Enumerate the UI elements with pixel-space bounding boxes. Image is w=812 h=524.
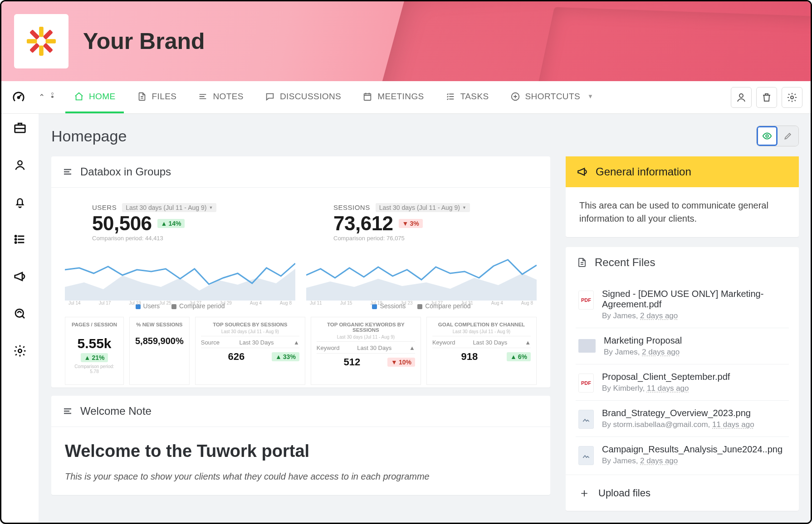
sidebar-bell-icon[interactable] <box>8 190 32 214</box>
collapse-up-icon[interactable]: ⌃ <box>39 92 45 102</box>
mini-new-sessions: % NEW SESSIONS 5,859,900% <box>129 317 190 385</box>
file-meta: By storm.isabellaa@gmail.com, 11 days ag… <box>602 420 786 429</box>
svg-point-12 <box>791 96 793 99</box>
svg-rect-7 <box>29 29 40 40</box>
brand-title: Your Brand <box>83 28 205 54</box>
welcome-header: Welcome Note <box>80 405 152 417</box>
list-icon <box>62 166 73 177</box>
file-row[interactable]: Marketing ProposalBy James, 2 days ago <box>576 328 789 364</box>
view-mode-edit[interactable] <box>778 126 798 146</box>
date-range-dropdown[interactable]: Last 30 days (Jul 11 - Aug 9) ▼ <box>122 203 216 212</box>
plus-icon: ＋ <box>578 485 590 501</box>
sidebar-user-icon[interactable] <box>8 153 32 177</box>
svg-rect-4 <box>39 46 44 56</box>
view-mode-preview[interactable] <box>757 126 778 146</box>
databox-title: Databox in Groups <box>80 165 171 178</box>
metric-value: 50,506 <box>92 212 152 235</box>
tab-files[interactable]: FILES <box>128 82 185 113</box>
tab-tasks[interactable]: TASKS <box>437 82 497 113</box>
file-name: Marketing Proposal <box>604 335 786 346</box>
file-name: Brand_Strategy_Overview_2023.png <box>602 408 786 418</box>
file-row[interactable]: Campaign_Results_Analysis_June2024..pngB… <box>576 437 789 473</box>
svg-rect-2 <box>46 39 56 44</box>
tab-shortcuts[interactable]: SHORTCUTS ▼ <box>502 82 602 113</box>
file-name: Proposal_Client_September.pdf <box>602 372 786 382</box>
img-file-icon <box>578 410 594 429</box>
upload-files-button[interactable]: ＋ Upload files <box>566 475 799 511</box>
file-row[interactable]: PDFSigned - [DEMO USE ONLY] Marketing-Ag… <box>576 281 789 328</box>
folder-file-icon <box>578 339 596 353</box>
svg-point-16 <box>15 238 16 240</box>
svg-point-19 <box>18 349 22 353</box>
svg-rect-0 <box>39 27 44 37</box>
home-icon <box>73 91 84 102</box>
metric-sessions: SESSIONS Last 30 days (Jul 11 - Aug 9) ▼… <box>306 199 537 310</box>
tab-meetings[interactable]: MEETINGS <box>354 82 432 113</box>
chat-icon <box>264 91 275 102</box>
file-row[interactable]: PDFProposal_Client_September.pdfBy Kimbe… <box>576 364 789 401</box>
pdf-file-icon: PDF <box>578 291 594 310</box>
collapse-dots-icon[interactable] <box>51 92 54 102</box>
file-meta: By James, 2 days ago <box>602 311 786 320</box>
sidebar-search-refresh-icon[interactable] <box>8 301 32 326</box>
img-file-icon <box>578 446 594 465</box>
tab-label: TASKS <box>460 92 489 102</box>
sidebar-briefcase-icon[interactable] <box>8 116 32 140</box>
sessions-chart: Jul 11Jul 15Jul 19Jul 23Jul 27Jul 31Aug … <box>306 242 537 301</box>
calendar-icon <box>362 91 373 102</box>
mini-top-keywords: TOP ORGANIC KEYWORDS BY SESSIONS Last 30… <box>311 317 421 385</box>
svg-rect-6 <box>27 39 37 44</box>
plus-circle-icon <box>510 91 521 102</box>
svg-point-14 <box>18 161 22 165</box>
sidebar-list-icon[interactable] <box>8 227 32 252</box>
brand-banner: Your Brand <box>1 1 811 81</box>
svg-rect-3 <box>43 43 53 53</box>
file-name: Campaign_Results_Analysis_June2024..png <box>602 444 786 455</box>
svg-point-18 <box>15 309 24 317</box>
metric-users: USERS Last 30 days (Jul 11 - Aug 9) ▼ 50… <box>65 199 295 310</box>
info-body: This area can be used to communicate gen… <box>566 187 799 237</box>
welcome-title: Welcome to the Tuwork portal <box>65 439 537 464</box>
trash-button[interactable] <box>756 87 777 108</box>
tab-notes[interactable]: NOTES <box>189 82 251 113</box>
view-toggle <box>756 126 799 146</box>
sidebar-megaphone-icon[interactable] <box>8 264 32 289</box>
metric-value: 73,612 <box>333 212 393 235</box>
welcome-subtitle: This is your space to show your clients … <box>65 470 537 483</box>
recent-files-card: Recent Files PDFSigned - [DEMO USE ONLY]… <box>566 247 799 511</box>
recent-title: Recent Files <box>595 256 655 269</box>
file-name: Signed - [DEMO USE ONLY] Marketing-Agree… <box>602 289 786 310</box>
change-badge: ▼ 3% <box>399 219 423 228</box>
chevron-down-icon: ▼ <box>587 93 593 100</box>
tab-label: FILES <box>152 92 177 102</box>
file-icon <box>137 91 147 102</box>
file-meta: By Kimberly, 11 days ago <box>602 384 786 393</box>
checklist-icon <box>445 91 456 102</box>
user-button[interactable] <box>731 87 752 108</box>
info-title: General information <box>596 165 691 178</box>
settings-button[interactable] <box>782 87 802 108</box>
users-chart: Jul 14Jul 17Jul 19Jul 25Jul 27Jul 29Aug … <box>65 242 295 301</box>
file-row[interactable]: Brand_Strategy_Overview_2023.pngBy storm… <box>576 401 789 437</box>
megaphone-icon <box>577 166 588 178</box>
metric-label: USERS <box>92 204 117 211</box>
note-icon <box>197 91 208 102</box>
svg-point-20 <box>766 135 768 137</box>
tab-label: SHORTCUTS <box>525 92 580 102</box>
tab-discussions[interactable]: DISCUSSIONS <box>256 82 349 113</box>
file-meta: By James, 2 days ago <box>602 456 786 466</box>
general-info-card: General information This area can be use… <box>566 156 799 237</box>
date-range-dropdown[interactable]: Last 30 days (Jul 11 - Aug 9) ▼ <box>376 203 470 212</box>
svg-point-15 <box>15 235 16 237</box>
svg-rect-5 <box>29 43 40 53</box>
tab-label: HOME <box>89 92 116 102</box>
pdf-file-icon: PDF <box>578 374 594 393</box>
file-icon <box>577 257 587 268</box>
tab-home[interactable]: HOME <box>65 82 124 113</box>
sidebar-settings-icon[interactable] <box>8 339 32 363</box>
databox-card: Databox in Groups USERS Last 30 days (Ju… <box>51 156 550 388</box>
svg-point-8 <box>18 97 20 98</box>
mini-top-sources: TOP SOURCES BY SESSIONS Last 30 days (Ju… <box>195 317 305 385</box>
speedometer-icon[interactable] <box>10 89 27 106</box>
comparison-text: Comparison period: 76,075 <box>306 235 537 242</box>
